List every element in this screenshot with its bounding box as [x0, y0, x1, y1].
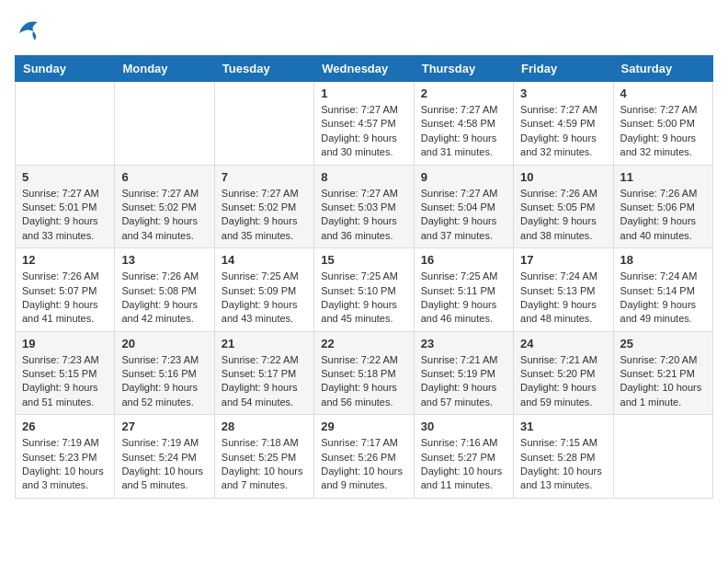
week-row-3: 12Sunrise: 7:26 AM Sunset: 5:07 PM Dayli…: [16, 248, 713, 332]
calendar-cell: 4Sunrise: 7:27 AM Sunset: 5:00 PM Daylig…: [613, 82, 712, 166]
calendar-cell: [115, 82, 214, 166]
day-info: Sunrise: 7:25 AM Sunset: 5:11 PM Dayligh…: [421, 270, 506, 327]
calendar-cell: 28Sunrise: 7:18 AM Sunset: 5:25 PM Dayli…: [214, 415, 313, 499]
calendar-cell: 2Sunrise: 7:27 AM Sunset: 4:58 PM Daylig…: [414, 82, 513, 166]
day-number: 23: [421, 337, 506, 350]
day-info: Sunrise: 7:19 AM Sunset: 5:23 PM Dayligh…: [22, 436, 108, 493]
calendar-cell: 27Sunrise: 7:19 AM Sunset: 5:24 PM Dayli…: [115, 415, 214, 499]
day-info: Sunrise: 7:21 AM Sunset: 5:20 PM Dayligh…: [520, 353, 606, 410]
day-info: Sunrise: 7:27 AM Sunset: 4:58 PM Dayligh…: [421, 103, 506, 160]
day-number: 31: [520, 419, 606, 433]
day-number: 18: [620, 253, 706, 267]
calendar-cell: 1Sunrise: 7:27 AM Sunset: 4:57 PM Daylig…: [314, 82, 414, 166]
day-number: 12: [22, 253, 108, 267]
calendar-cell: 25Sunrise: 7:20 AM Sunset: 5:21 PM Dayli…: [613, 331, 712, 415]
day-number: 15: [321, 253, 406, 267]
calendar-cell: 18Sunrise: 7:24 AM Sunset: 5:14 PM Dayli…: [613, 248, 712, 332]
day-number: 30: [421, 419, 506, 433]
day-info: Sunrise: 7:16 AM Sunset: 5:27 PM Dayligh…: [421, 436, 506, 493]
week-row-4: 19Sunrise: 7:23 AM Sunset: 5:15 PM Dayli…: [16, 331, 713, 415]
calendar-cell: 5Sunrise: 7:27 AM Sunset: 5:01 PM Daylig…: [16, 165, 115, 248]
day-info: Sunrise: 7:24 AM Sunset: 5:14 PM Dayligh…: [620, 270, 706, 327]
day-number: 3: [520, 86, 606, 100]
weekday-header-tuesday: Tuesday: [214, 56, 313, 82]
week-row-5: 26Sunrise: 7:19 AM Sunset: 5:23 PM Dayli…: [16, 415, 713, 499]
day-number: 26: [22, 419, 108, 433]
calendar-cell: 22Sunrise: 7:22 AM Sunset: 5:18 PM Dayli…: [314, 331, 414, 415]
calendar-cell: [16, 82, 115, 166]
weekday-header-sunday: Sunday: [16, 56, 115, 82]
calendar-cell: 15Sunrise: 7:25 AM Sunset: 5:10 PM Dayli…: [314, 248, 414, 332]
day-number: 27: [121, 419, 207, 433]
calendar-cell: 11Sunrise: 7:26 AM Sunset: 5:06 PM Dayli…: [613, 165, 712, 248]
day-info: Sunrise: 7:22 AM Sunset: 5:17 PM Dayligh…: [222, 353, 307, 410]
day-info: Sunrise: 7:22 AM Sunset: 5:18 PM Dayligh…: [321, 353, 406, 410]
day-number: 21: [222, 337, 307, 350]
day-info: Sunrise: 7:24 AM Sunset: 5:13 PM Dayligh…: [520, 270, 606, 327]
day-number: 28: [222, 419, 307, 433]
day-info: Sunrise: 7:27 AM Sunset: 5:02 PM Dayligh…: [222, 187, 307, 244]
day-number: 7: [222, 170, 307, 184]
calendar-cell: 29Sunrise: 7:17 AM Sunset: 5:26 PM Dayli…: [314, 415, 414, 499]
weekday-header-saturday: Saturday: [613, 56, 712, 82]
week-row-2: 5Sunrise: 7:27 AM Sunset: 5:01 PM Daylig…: [16, 165, 713, 248]
day-info: Sunrise: 7:15 AM Sunset: 5:28 PM Dayligh…: [520, 436, 606, 493]
day-info: Sunrise: 7:26 AM Sunset: 5:05 PM Dayligh…: [520, 187, 606, 244]
day-number: 19: [22, 337, 108, 350]
calendar-table: SundayMondayTuesdayWednesdayThursdayFrid…: [15, 55, 713, 499]
calendar-cell: 16Sunrise: 7:25 AM Sunset: 5:11 PM Dayli…: [414, 248, 513, 332]
weekday-header-wednesday: Wednesday: [314, 56, 414, 82]
day-number: 5: [22, 170, 108, 184]
day-number: 9: [421, 170, 506, 184]
day-number: 11: [620, 170, 706, 184]
calendar-cell: 17Sunrise: 7:24 AM Sunset: 5:13 PM Dayli…: [514, 248, 613, 332]
calendar-cell: 9Sunrise: 7:27 AM Sunset: 5:04 PM Daylig…: [414, 165, 513, 248]
calendar-cell: 30Sunrise: 7:16 AM Sunset: 5:27 PM Dayli…: [414, 415, 513, 499]
day-number: 25: [620, 337, 706, 350]
day-number: 17: [520, 253, 606, 267]
day-info: Sunrise: 7:27 AM Sunset: 5:02 PM Dayligh…: [121, 187, 207, 244]
calendar-cell: 23Sunrise: 7:21 AM Sunset: 5:19 PM Dayli…: [414, 331, 513, 415]
day-info: Sunrise: 7:26 AM Sunset: 5:06 PM Dayligh…: [620, 187, 706, 244]
day-info: Sunrise: 7:19 AM Sunset: 5:24 PM Dayligh…: [121, 436, 207, 493]
day-number: 1: [321, 86, 406, 100]
day-number: 4: [620, 86, 706, 100]
day-info: Sunrise: 7:23 AM Sunset: 5:16 PM Dayligh…: [121, 353, 207, 410]
calendar-cell: 12Sunrise: 7:26 AM Sunset: 5:07 PM Dayli…: [16, 248, 115, 332]
calendar-cell: 20Sunrise: 7:23 AM Sunset: 5:16 PM Dayli…: [115, 331, 214, 415]
day-info: Sunrise: 7:26 AM Sunset: 5:08 PM Dayligh…: [121, 270, 207, 327]
day-info: Sunrise: 7:23 AM Sunset: 5:15 PM Dayligh…: [22, 353, 108, 410]
weekday-header-thursday: Thursday: [414, 56, 513, 82]
calendar-cell: 31Sunrise: 7:15 AM Sunset: 5:28 PM Dayli…: [514, 415, 613, 499]
day-info: Sunrise: 7:18 AM Sunset: 5:25 PM Dayligh…: [222, 436, 307, 493]
day-number: 22: [321, 337, 406, 350]
calendar-cell: 6Sunrise: 7:27 AM Sunset: 5:02 PM Daylig…: [115, 165, 214, 248]
week-row-1: 1Sunrise: 7:27 AM Sunset: 4:57 PM Daylig…: [16, 82, 713, 166]
calendar-cell: 21Sunrise: 7:22 AM Sunset: 5:17 PM Dayli…: [214, 331, 313, 415]
day-number: 6: [121, 170, 207, 184]
calendar-cell: 8Sunrise: 7:27 AM Sunset: 5:03 PM Daylig…: [314, 165, 414, 248]
weekday-header-row: SundayMondayTuesdayWednesdayThursdayFrid…: [16, 56, 713, 82]
day-info: Sunrise: 7:26 AM Sunset: 5:07 PM Dayligh…: [22, 270, 108, 327]
day-number: 16: [421, 253, 506, 267]
day-info: Sunrise: 7:25 AM Sunset: 5:09 PM Dayligh…: [222, 270, 307, 327]
day-info: Sunrise: 7:17 AM Sunset: 5:26 PM Dayligh…: [321, 436, 406, 493]
day-number: 24: [520, 337, 606, 350]
calendar-cell: 19Sunrise: 7:23 AM Sunset: 5:15 PM Dayli…: [16, 331, 115, 415]
weekday-header-monday: Monday: [115, 56, 214, 82]
logo: [15, 15, 46, 48]
calendar-cell: 26Sunrise: 7:19 AM Sunset: 5:23 PM Dayli…: [16, 415, 115, 499]
weekday-header-friday: Friday: [514, 56, 613, 82]
calendar-cell: [613, 415, 712, 499]
calendar-cell: [214, 82, 313, 166]
day-info: Sunrise: 7:27 AM Sunset: 4:59 PM Dayligh…: [520, 103, 606, 160]
day-number: 2: [421, 86, 506, 100]
day-info: Sunrise: 7:20 AM Sunset: 5:21 PM Dayligh…: [620, 353, 706, 410]
day-info: Sunrise: 7:21 AM Sunset: 5:19 PM Dayligh…: [421, 353, 506, 410]
day-number: 14: [222, 253, 307, 267]
day-info: Sunrise: 7:27 AM Sunset: 5:03 PM Dayligh…: [321, 187, 406, 244]
logo-bird-icon: [15, 15, 42, 48]
calendar-cell: 7Sunrise: 7:27 AM Sunset: 5:02 PM Daylig…: [214, 165, 313, 248]
day-number: 13: [121, 253, 207, 267]
day-info: Sunrise: 7:27 AM Sunset: 5:01 PM Dayligh…: [22, 187, 108, 244]
